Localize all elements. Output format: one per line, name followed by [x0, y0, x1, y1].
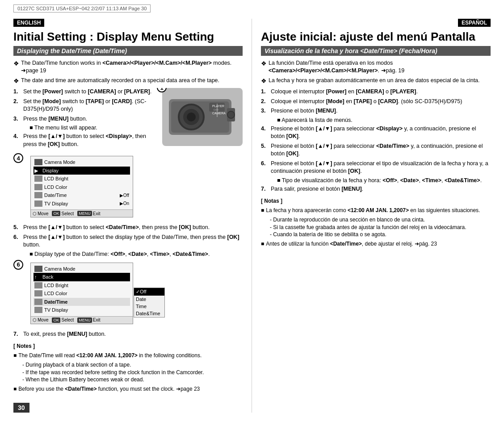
svg-text:OFF: OFF [214, 109, 219, 111]
bullet-sym-es1: ❖ [261, 59, 267, 75]
es-step-6: 6. Presione el botón [▲/▼] para seleccio… [261, 160, 491, 175]
menu6-row-datetime: Date/Time [34, 298, 130, 306]
tv-icon [34, 200, 42, 207]
english-badge: ENGLISH [13, 19, 44, 27]
menu6-mockup: Camera Mode ↑ Back LCD Bright LCD Co [30, 263, 133, 324]
tape-icon [34, 192, 42, 198]
camera-mode-icon [34, 159, 42, 165]
english-column: ENGLISH Initial Setting : Display Menu S… [13, 19, 252, 413]
menu6-row-tvdisplay: TV Display [34, 306, 130, 314]
tv-icon2 [34, 307, 42, 313]
espanol-bullet2: ❖ La fecha y hora se graban automáticame… [261, 77, 491, 86]
es-step-6-sub: ■ Tipo de visualización de la fecha y ho… [277, 177, 491, 184]
menu4-row-camera: Camera Mode [34, 158, 130, 167]
camera-mode-icon2 [34, 266, 42, 272]
step-6: 6. Press the [▲/▼] button to select the … [13, 234, 243, 249]
es-step-5: 5. Presione el botón [▲/▼] para seleccio… [261, 142, 491, 158]
nota-2: ■ Antes de utilizar la función <Date/Tim… [261, 240, 491, 248]
english-title: Initial Setting : Display Menu Setting [13, 30, 243, 43]
page-number-area: 30 [13, 398, 243, 413]
notas-title: [ Notas ] [261, 197, 491, 205]
espanol-badge: ESPAÑOL [458, 19, 491, 27]
step-3: 3. Press the [MENU] button. [13, 115, 158, 123]
step-6-sub: ■ Display type of the Date/Time: <Off>, … [29, 251, 243, 257]
nota-1-subs: - Durante la reproducción de una sección… [270, 216, 491, 238]
menu6-footer: ⬡ Move OK Select MENU Exit [31, 316, 133, 324]
lcd-bright-icon2 [34, 282, 42, 288]
steps-5-7: 5. Press the [▲/▼] button to select <Dat… [13, 224, 243, 249]
doc-header: 01227C SCD371 USA+ESP~042 2/2/07 11:13 A… [13, 4, 151, 13]
english-section-header: Displaying the Date/Time (Date/Time) [13, 46, 243, 56]
notes-title: [ Notes ] [13, 342, 243, 350]
menu4-row-lcdbright: LCD Bright [34, 175, 130, 183]
submenu6: ✓Off Date Time Date&Time [134, 288, 165, 317]
bullet1-text: The Date/Time function works in <Camera>… [21, 59, 243, 75]
step-2: 2. Set the [Mode] switch to [TAPE] or [C… [13, 98, 158, 113]
english-notes: [ Notes ] ■ The Date/Time will read <12:… [13, 342, 243, 393]
lcd-bright-icon [34, 175, 42, 182]
lcd-color-icon2 [34, 290, 42, 297]
submenu-off: ✓Off [134, 288, 164, 296]
bullet-sym-2: ❖ [13, 77, 19, 86]
espanol-section-header: Visualización de la fecha y hora <Date/T… [261, 46, 491, 56]
submenu-datetime: Date&Time [134, 310, 164, 317]
espanol-title: Ajuste inicial: ajuste del menú Pantalla [261, 30, 491, 43]
menu6-row-lcdcolor: LCD Color [34, 289, 130, 298]
nota-1: ■ La fecha y hora aparecerán como <12:00… [261, 207, 491, 214]
menu6-row-camera: Camera Mode [34, 265, 130, 273]
bullet-sym-1: ❖ [13, 59, 19, 75]
bullet-sym-es2: ❖ [261, 77, 267, 86]
step-circle-6: 6 [13, 260, 23, 270]
page-number: 30 [13, 403, 29, 413]
svg-text:CAMERA: CAMERA [212, 112, 226, 115]
es-step-3-sub: ■ Aparecerá la lista de menús. [277, 117, 491, 123]
menu6-area: 6 Camera Mode ↑ Back LCD Brig [13, 260, 243, 327]
bullet1-es-text: La función Date/Time está operativa en l… [269, 59, 491, 75]
note-2: ■ Before you use the <Date/Time> functio… [13, 385, 243, 393]
camera-diagram: PLAYER OFF CAMERA [162, 88, 243, 146]
espanol-notes: [ Notas ] ■ La fecha y hora aparecerán c… [261, 197, 491, 248]
note-1: ■ The Date/Time will read <12:00 AM JAN.… [13, 352, 243, 359]
svg-point-10 [227, 111, 235, 118]
menu4-mockup: Camera Mode ▶ Display LCD Bright LCD [30, 156, 133, 217]
es-step-1: 1. Coloque el interruptor [Power] en [CA… [261, 88, 491, 96]
submenu-date: Date [134, 296, 164, 303]
camera-diagram-area: 1 PLAYER OFF CAMERA [162, 88, 243, 146]
espanol-bullet1: ❖ La función Date/Time está operativa en… [261, 59, 491, 75]
step-circle-4: 4 [13, 153, 23, 163]
step-1: 1. Set the [Power] switch to [CAMERA] or… [13, 88, 158, 96]
es-step-4: 4. Presione el botón [▲/▼] para seleccio… [261, 125, 491, 141]
submenu-time: Time [134, 303, 164, 310]
step-5: 5. Press the [▲/▼] button to select <Dat… [13, 224, 243, 232]
es-step-7: 7. Para salir, presione el botón [MENU]. [261, 185, 491, 193]
camera-svg: PLAYER OFF CAMERA [164, 90, 240, 144]
svg-point-4 [187, 113, 196, 121]
lcd-color-icon [34, 184, 42, 190]
menu4-row-datetime: Date/Time ▶Off [34, 191, 130, 200]
es-step-3: 3. Presione el botón [MENU]. [261, 107, 491, 115]
espanol-steps: 1. Coloque el interruptor [Power] en [CA… [261, 88, 491, 193]
menu6-row-back: ↑ Back [34, 273, 130, 281]
bullet2-text: The date and time are automatically reco… [21, 77, 219, 86]
es-step-2: 2. Coloque el interruptor [Mode] en [TAP… [261, 98, 491, 106]
tape-icon2 [34, 299, 42, 305]
bullet2-es-text: La fecha y hora se graban automáticament… [269, 77, 480, 86]
svg-text:PLAYER: PLAYER [212, 104, 224, 108]
page: 01227C SCD371 USA+ESP~042 2/2/07 11:13 A… [0, 0, 504, 426]
doc-info: 01227C SCD371 USA+ESP~042 2/2/07 11:13 A… [17, 6, 147, 11]
menu4-footer: ⬡ Move OK Select MENU Exit [31, 209, 133, 217]
note-1-subs: - During playback of a blank section of … [22, 361, 243, 384]
menu6-row-lcdbright: LCD Bright [34, 281, 130, 290]
menu4-row-display: ▶ Display [34, 167, 130, 175]
menu4-row-lcdcolor: LCD Color [34, 183, 130, 192]
menu4-area: 4 Camera Mode ▶ Display LCD B [13, 153, 243, 220]
english-bullet2: ❖ The date and time are automatically re… [13, 77, 243, 86]
english-bullet1: ❖ The Date/Time function works in <Camer… [13, 59, 243, 75]
step-7: 7. To exit, press the [MENU] button. [13, 330, 243, 338]
menu4-row-tvdisplay: TV Display ▶On [34, 200, 130, 208]
espanol-column: ESPAÑOL Ajuste inicial: ajuste del menú … [252, 19, 491, 413]
